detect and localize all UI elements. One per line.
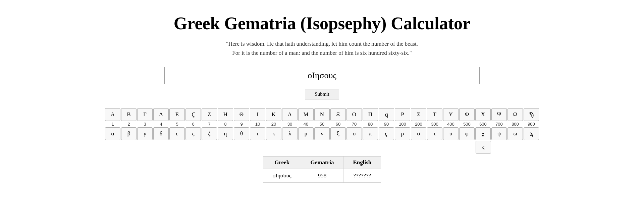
key-lower-23[interactable]: χ [475,127,491,140]
key-value-6: 7 [202,122,217,127]
keyboard-lower-row: αβγδεςζηθικλμνξοπϛρστυφχψωϡ [105,127,539,140]
key-value-10: 20 [266,122,281,127]
key-lower-3[interactable]: δ [153,127,169,140]
keyboard-values-row: 1234567891020304050607080901002003004005… [105,122,539,127]
greek-input[interactable] [164,67,480,84]
key-upper-19[interactable]: Σ [411,108,426,121]
key-lower-0[interactable]: α [105,127,120,140]
key-lower-20[interactable]: τ [427,127,442,140]
key-value-21: 400 [443,122,459,127]
cell-english: ??????? [343,169,381,183]
table-header-row: Greek Gematria English [263,157,381,169]
key-value-13: 50 [314,122,330,127]
key-upper-3[interactable]: Δ [153,108,169,121]
page-title: Greek Gematria (Isopsephy) Calculator [174,13,470,33]
key-lower-10[interactable]: κ [266,127,281,140]
key-value-4: 5 [169,122,185,127]
key-lower-11[interactable]: λ [282,127,298,140]
key-upper-26[interactable]: Ϡ [524,108,539,121]
key-lower-15[interactable]: ο [346,127,362,140]
quote-line1: "Here is wisdom. He that hath understand… [226,39,418,48]
key-lower-19[interactable]: σ [411,127,426,140]
key-upper-11[interactable]: Λ [282,108,298,121]
keyboard-extra-row: ς [153,141,491,154]
key-upper-1[interactable]: Β [121,108,137,121]
key-lower-16[interactable]: π [363,127,378,140]
col-gematria: Gematria [301,157,343,169]
key-value-5: 6 [185,122,201,127]
key-value-9: 10 [250,122,265,127]
key-value-14: 60 [330,122,346,127]
key-lower-4[interactable]: ε [169,127,185,140]
cell-gematria: 958 [301,169,343,183]
key-value-1: 2 [121,122,137,127]
key-lower-22[interactable]: φ [459,127,475,140]
col-greek: Greek [263,157,301,169]
key-lower-5[interactable]: ς [185,127,201,140]
results-table: Greek Gematria English οΙησους 958 ?????… [263,156,381,183]
key-value-26: 900 [524,122,539,127]
key-upper-12[interactable]: Μ [298,108,314,121]
key-upper-4[interactable]: Ε [169,108,185,121]
key-lower-8[interactable]: θ [234,127,249,140]
table-row: οΙησους 958 ??????? [263,169,381,183]
key-upper-10[interactable]: Κ [266,108,281,121]
key-value-11: 30 [282,122,298,127]
key-upper-22[interactable]: Φ [459,108,475,121]
key-lower-2[interactable]: γ [137,127,153,140]
key-upper-6[interactable]: Ζ [202,108,217,121]
submit-button[interactable]: Submit [305,89,339,99]
key-lower-26[interactable]: ϡ [524,127,539,140]
key-extra-0[interactable]: ς [476,141,491,154]
key-lower-24[interactable]: ψ [491,127,507,140]
key-upper-9[interactable]: Ι [250,108,265,121]
key-lower-13[interactable]: ν [314,127,330,140]
key-lower-25[interactable]: ω [507,127,523,140]
key-lower-21[interactable]: υ [443,127,459,140]
quote-block: "Here is wisdom. He that hath understand… [226,39,418,57]
key-value-24: 700 [491,122,507,127]
quote-line2: For it is the number of a man: and the n… [226,48,418,57]
key-upper-17[interactable]: ϥ [379,108,394,121]
key-upper-5[interactable]: Ϛ [185,108,201,121]
key-value-18: 100 [395,122,410,127]
keyboard-upper-row: ΑΒΓΔΕϚΖΗΘΙΚΛΜΝΞΟΠϥΡΣΤΥΦΧΨΩϠ [105,108,539,121]
key-upper-13[interactable]: Ν [314,108,330,121]
key-value-19: 200 [411,122,426,127]
key-value-25: 800 [507,122,523,127]
key-value-3: 4 [153,122,169,127]
key-lower-9[interactable]: ι [250,127,265,140]
key-value-15: 70 [346,122,362,127]
key-value-17: 90 [379,122,394,127]
greek-keyboard: ΑΒΓΔΕϚΖΗΘΙΚΛΜΝΞΟΠϥΡΣΤΥΦΧΨΩϠ 123456789102… [105,108,539,154]
key-upper-20[interactable]: Τ [427,108,442,121]
key-lower-18[interactable]: ρ [395,127,410,140]
key-value-2: 3 [137,122,153,127]
key-value-22: 500 [459,122,475,127]
key-upper-8[interactable]: Θ [234,108,249,121]
key-value-0: 1 [105,122,120,127]
key-upper-2[interactable]: Γ [137,108,153,121]
key-upper-23[interactable]: Χ [475,108,491,121]
key-value-12: 40 [298,122,314,127]
key-upper-24[interactable]: Ψ [491,108,507,121]
key-upper-7[interactable]: Η [218,108,233,121]
key-value-23: 600 [475,122,491,127]
key-lower-14[interactable]: ξ [330,127,346,140]
key-lower-17[interactable]: ϛ [379,127,394,140]
key-upper-16[interactable]: Π [363,108,378,121]
key-upper-21[interactable]: Υ [443,108,459,121]
key-upper-14[interactable]: Ξ [330,108,346,121]
results-section: Greek Gematria English οΙησους 958 ?????… [263,156,381,183]
key-upper-25[interactable]: Ω [507,108,523,121]
key-upper-18[interactable]: Ρ [395,108,410,121]
key-lower-1[interactable]: β [121,127,137,140]
key-lower-7[interactable]: η [218,127,233,140]
key-lower-6[interactable]: ζ [202,127,217,140]
key-lower-12[interactable]: μ [298,127,314,140]
key-value-16: 80 [363,122,378,127]
key-value-7: 8 [218,122,233,127]
col-english: English [343,157,381,169]
key-upper-15[interactable]: Ο [346,108,362,121]
key-upper-0[interactable]: Α [105,108,120,121]
